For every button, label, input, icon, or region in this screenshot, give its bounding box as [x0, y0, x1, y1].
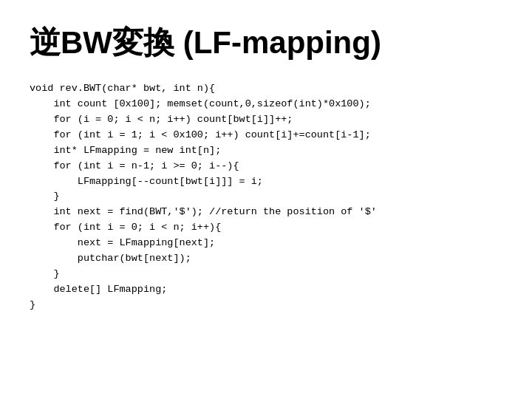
- code-block: void rev.BWT(char* bwt, int n){ int coun…: [30, 81, 502, 313]
- page-title: 逆BW変換 (LF-mapping): [30, 22, 502, 64]
- page-container: 逆BW変換 (LF-mapping) void rev.BWT(char* bw…: [0, 0, 532, 399]
